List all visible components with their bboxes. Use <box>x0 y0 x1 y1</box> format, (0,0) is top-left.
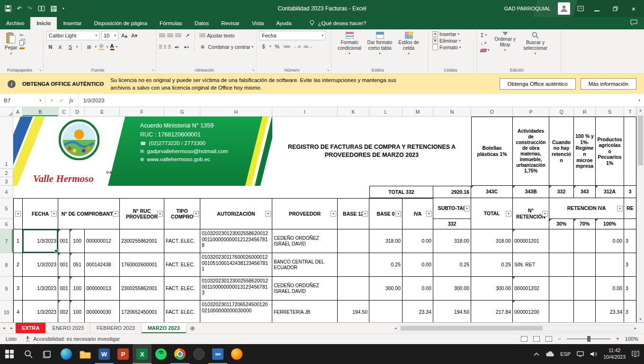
cell-S8[interactable] <box>596 253 624 277</box>
zoom-slider[interactable] <box>567 338 610 339</box>
qat-customize-icon[interactable]: ▾ <box>63 7 64 10</box>
filter-dropdown-icon[interactable]: ▼ <box>362 211 368 217</box>
format-painter-icon[interactable] <box>19 47 25 49</box>
col-header-E[interactable]: E <box>85 107 120 117</box>
cell-Q8[interactable] <box>549 253 574 277</box>
sheet-nav-right-icon[interactable]: ▸ <box>8 323 16 333</box>
align-middle-icon[interactable] <box>167 34 173 38</box>
fill-color-icon[interactable] <box>98 44 105 50</box>
cell-code-343C[interactable]: 343C <box>471 186 513 198</box>
header-70[interactable]: 70% <box>574 219 596 229</box>
cell-S7[interactable]: 0.00 <box>596 229 624 253</box>
cell-P1-actividades[interactable]: Actividades de construcción de obra mate… <box>513 117 549 186</box>
col-header-Q[interactable]: Q <box>549 107 574 117</box>
close-button[interactable]: × <box>628 5 639 12</box>
align-left-icon[interactable] <box>159 45 162 49</box>
cell-P8[interactable]: SIN. RET <box>513 253 549 277</box>
tellme-search[interactable]: ¿Qué desea hacer? <box>309 17 367 29</box>
header-base12[interactable]: BASE 12▼ <box>338 198 369 229</box>
row-header-6[interactable]: 6 <box>0 219 13 229</box>
decrease-indent-icon[interactable]: ◂≡ <box>173 43 181 51</box>
sheet-nav-left-icon[interactable]: ◂ <box>0 323 8 333</box>
save-icon[interactable] <box>5 5 11 12</box>
cell-code-T4[interactable]: 3 <box>624 186 636 198</box>
cell-O7[interactable]: 318.00 <box>471 229 513 253</box>
cell-H8[interactable]: 0103202301176000260000120010510001424381… <box>200 253 272 277</box>
comments-icon[interactable] <box>630 19 637 27</box>
merge-center-button[interactable]: ⊞Combinar y centrar▾ <box>197 42 254 52</box>
book-icon[interactable] <box>38 6 45 11</box>
hscroll-left-icon[interactable]: ◂ <box>394 326 396 330</box>
align-center-icon[interactable] <box>164 45 167 49</box>
cell-E10[interactable]: 000000030 <box>85 300 120 322</box>
col-header-I[interactable]: I <box>272 107 338 117</box>
filter-dropdown-icon[interactable]: ▼ <box>265 211 271 217</box>
header-ruc[interactable]: N° RUC PROVEEDOR▼ <box>120 198 164 229</box>
name-box[interactable]: B7▾ <box>0 94 45 107</box>
sheet-tab-febrero[interactable]: FEBRERO 2023 <box>90 323 142 333</box>
account-name[interactable]: GAD PARROQUIAL <box>504 6 551 11</box>
accessibility-checker[interactable]: Accesibilidad: es necesario investigar <box>25 336 120 342</box>
filter-dropdown-icon[interactable]: ▼ <box>15 211 21 217</box>
paste-button[interactable]: Pegar ▾ <box>3 31 19 56</box>
insert-function-icon[interactable]: fx <box>69 98 73 103</box>
cell-T6[interactable] <box>624 219 636 229</box>
header-retencion[interactable]: N° RETENCIÓN▼ <box>513 198 549 229</box>
row-header-3[interactable]: 3 <box>0 177 13 186</box>
cell-I7[interactable]: CEDEÑO ORDOÑEZ ISRAEL DAVID <box>272 229 338 253</box>
cell-Q1-sin-retencion[interactable]: Cuando no hay retención <box>549 117 574 186</box>
cell-B10[interactable]: 1/3/2023 <box>23 300 58 322</box>
cell-G10[interactable]: FACT. ELEC. <box>164 300 200 322</box>
volume-icon[interactable] <box>590 351 597 357</box>
taskbar-search-button[interactable] <box>19 344 38 364</box>
view-page-layout-icon[interactable] <box>533 336 540 342</box>
cancel-entry-icon[interactable]: × <box>50 98 54 103</box>
cell-R7[interactable] <box>574 229 596 253</box>
cell-T10[interactable]: 3 <box>624 300 636 322</box>
cell-B8[interactable]: 1/3/2023 <box>23 253 58 277</box>
dialog-launcher-icon[interactable]: ↘ <box>326 68 330 72</box>
vertical-scrollbar-thumb[interactable] <box>638 116 643 165</box>
cell-P10[interactable]: 000001200 <box>513 300 549 322</box>
minimize-button[interactable] <box>591 5 602 12</box>
header-tipo[interactable]: TIPO COMPRO▼ <box>164 198 200 229</box>
cell-A7[interactable]: 1 <box>13 229 23 253</box>
cell-O8[interactable]: 0.25 <box>471 253 513 277</box>
col-header-D[interactable]: D <box>70 107 85 117</box>
cell-total-label[interactable]: TOTAL 332 <box>369 186 433 198</box>
col-header-K[interactable]: K <box>338 107 369 117</box>
dialog-launcher-icon[interactable]: ↘ <box>38 68 42 72</box>
cell-T7[interactable]: 3 <box>624 229 636 253</box>
cell-H10[interactable]: 0103202301172065245001200210000000000300… <box>200 300 272 322</box>
header-comprobante[interactable]: N° DE COMPROBANTE▼ <box>58 198 120 229</box>
vertical-scrollbar[interactable]: ▲ ▼ <box>636 107 644 322</box>
cell-D9[interactable]: 100 <box>70 277 85 300</box>
expand-formula-bar-icon[interactable]: ▾ <box>635 94 644 107</box>
tab-vista[interactable]: Vista <box>246 17 270 29</box>
filter-dropdown-icon[interactable]: ▼ <box>617 206 623 211</box>
cell-A5-filter[interactable]: ▼ <box>13 198 23 229</box>
header-retencion-iva[interactable]: RETENCION IVA▼ <box>549 198 624 219</box>
header-100[interactable]: 100% <box>596 219 624 229</box>
cell-S10[interactable]: 23.34 <box>596 300 624 322</box>
tab-disposicion[interactable]: Disposición de página <box>88 17 153 29</box>
delete-cells-button[interactable]: ×Eliminar▾ <box>431 37 474 44</box>
header-total[interactable]: TOTAL▼ <box>471 198 513 229</box>
col-header-A[interactable]: A <box>13 107 23 117</box>
sheet-tab-extra[interactable]: EXTRA <box>16 323 46 333</box>
fill-button[interactable]: ↓▾ <box>480 40 491 46</box>
formula-input[interactable]: 1/3/2023 <box>79 94 635 107</box>
grow-font-icon[interactable]: A▴ <box>120 31 128 40</box>
select-all-corner[interactable] <box>0 107 13 117</box>
row-header-2[interactable]: 2 <box>0 169 13 177</box>
row-header-8[interactable]: 8 <box>0 253 13 277</box>
col-header-P[interactable]: P <box>513 107 549 117</box>
scroll-up-icon[interactable]: ▲ <box>637 107 644 113</box>
conditional-format-button[interactable]: Formato condicional▾ <box>334 31 365 66</box>
app-icon-dark[interactable] <box>189 344 208 364</box>
header-30[interactable]: 30% <box>549 219 574 229</box>
view-normal-icon[interactable] <box>521 336 528 342</box>
firefox-icon[interactable] <box>227 344 246 364</box>
cell-F8[interactable]: 1760002600001 <box>120 253 164 277</box>
font-size-combo[interactable]: 10▾ <box>101 31 118 40</box>
